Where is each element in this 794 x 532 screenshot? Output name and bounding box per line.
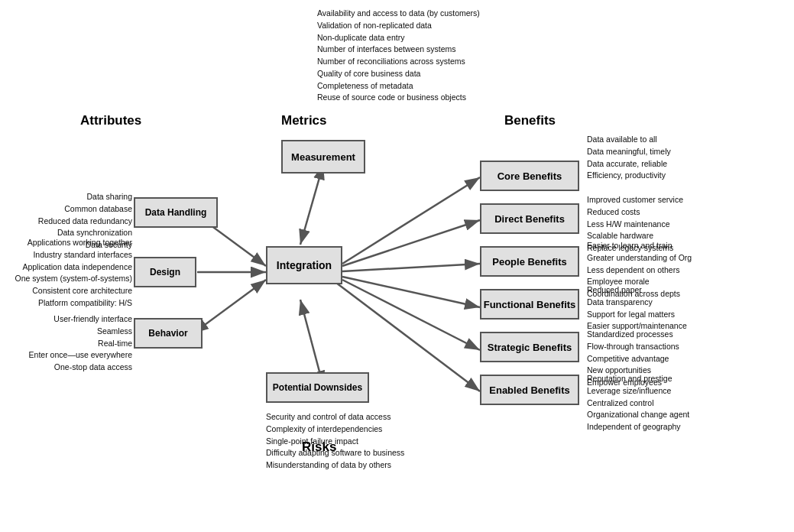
direct-benefits-box: Direct Benefits [480, 203, 579, 234]
metrics-list: Availability and access to data (by cust… [317, 8, 480, 104]
diagram: Attributes Metrics Benefits Risks Integr… [0, 0, 794, 532]
enabled-benefits-box: Enabled Benefits [480, 375, 579, 405]
metrics-title: Metrics [281, 113, 327, 128]
svg-line-10 [342, 277, 480, 307]
svg-line-4 [193, 280, 266, 333]
core-benefits-box: Core Benefits [480, 161, 579, 191]
data-handling-box: Data Handling [134, 197, 218, 228]
risks-list: Security and control of data access Comp… [266, 411, 404, 472]
measurement-box: Measurement [281, 140, 365, 174]
design-attrs: Applications working together Industry s… [8, 237, 132, 310]
strategic-benefits-box: Strategic Benefits [480, 332, 579, 362]
behavior-attrs: User-friendly interface Seamless Real-ti… [14, 313, 132, 374]
svg-line-9 [342, 264, 480, 271]
design-box: Design [134, 257, 196, 287]
benefits-title: Benefits [504, 113, 556, 128]
integration-box: Integration [266, 246, 342, 284]
core-benefits-list: Data available to all Data meaningful, t… [587, 134, 671, 182]
enabled-benefits-list: Reputation and prestige Leverage size/in… [587, 373, 689, 433]
attributes-title: Attributes [80, 113, 141, 128]
svg-line-7 [342, 177, 480, 264]
functional-benefits-list: Reduced paper Data transparency Support … [587, 284, 687, 332]
potential-downsides-box: Potential Downsides [266, 372, 369, 403]
functional-benefits-box: Functional Benefits [480, 289, 579, 320]
behavior-box: Behavior [134, 318, 203, 349]
svg-line-5 [300, 164, 323, 245]
svg-line-11 [342, 280, 480, 350]
people-benefits-box: People Benefits [480, 246, 579, 277]
svg-line-8 [342, 220, 480, 266]
